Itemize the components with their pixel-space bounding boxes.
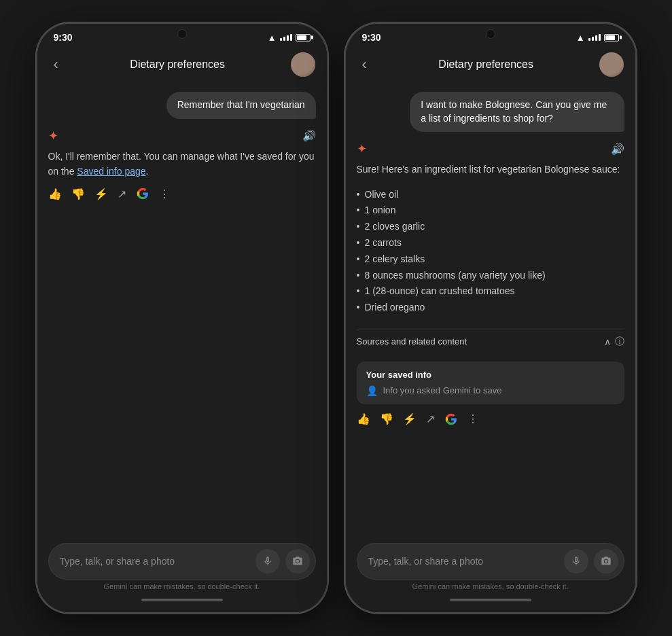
bar3 (287, 35, 289, 41)
home-indicator-left (141, 599, 223, 601)
phones-container: 9:30 ▲ ‹ Dietary preferences Remembe (36, 22, 637, 614)
back-button-left[interactable]: ‹ (48, 53, 64, 76)
disclaimer-right: Gemini can make mistakes, so double-chec… (357, 580, 624, 596)
user-message-right: I want to make Bolognese. Can you give m… (410, 92, 624, 132)
bar2 (283, 37, 285, 41)
time-right: 9:30 (362, 32, 381, 43)
volume-icon-left: 🔊 (302, 129, 316, 142)
bar4 (290, 34, 292, 41)
mic-button-right[interactable] (564, 549, 588, 573)
page-title-right: Dietary preferences (438, 58, 533, 71)
ingredient-5: 2 celery stalks (357, 251, 624, 268)
action-bar-left: 👍 👎 ⚡ ↗ ⋮ (48, 184, 316, 203)
person-icon: 👤 (366, 385, 378, 396)
saved-info-card: Your saved info 👤 Info you asked Gemini … (357, 361, 624, 404)
saved-info-link[interactable]: Saved info page (77, 166, 145, 177)
ingredient-3: 2 cloves garlic (357, 219, 624, 235)
top-bar-right: ‹ Dietary preferences (346, 46, 635, 84)
avatar-left[interactable] (291, 52, 315, 77)
screen-left: ‹ Dietary preferences Remember that I'm … (37, 46, 327, 612)
ingredient-8: Dried oregano (357, 300, 624, 316)
thumbs-up-icon-right[interactable]: 👍 (357, 412, 370, 425)
bar2r (592, 37, 594, 41)
more-icon-left[interactable]: ⋮ (159, 188, 170, 200)
input-bar-right: Type, talk, or share a photo (357, 543, 624, 580)
home-indicator-right (450, 599, 531, 601)
saved-info-title: Your saved info (366, 370, 615, 380)
time-left: 9:30 (54, 32, 73, 43)
thumbs-down-icon-left[interactable]: 👎 (71, 188, 85, 200)
user-message-left: Remember that I'm vegetarian (166, 92, 316, 119)
volume-icon-right: 🔊 (611, 143, 624, 156)
more-icon-right[interactable]: ⋮ (467, 412, 478, 425)
ingredient-6: 8 ounces mushrooms (any variety you like… (357, 268, 624, 284)
bar3r (595, 35, 597, 41)
bar4r (599, 34, 601, 41)
ai-text-left: Ok, I'll remember that. You can manage w… (48, 149, 316, 179)
ingredient-4: 2 carrots (357, 235, 624, 251)
thumbs-up-icon-left[interactable]: 👍 (48, 188, 62, 200)
google-g-icon-right[interactable] (444, 412, 458, 426)
ai-header-left: ✦ 🔊 (48, 128, 316, 143)
input-bar-left: Type, talk, or share a photo (48, 543, 316, 580)
status-icons-right: ▲ (576, 33, 619, 43)
ingredient-1: Olive oil (357, 187, 624, 203)
mic-button-left[interactable] (255, 549, 280, 573)
input-placeholder-left[interactable]: Type, talk, or share a photo (60, 556, 250, 567)
chat-area-right: I want to make Bolognese. Can you give m… (346, 84, 635, 535)
battery-icon-left (296, 34, 311, 41)
status-bar-left: 9:30 ▲ (37, 24, 327, 46)
bar1 (280, 38, 282, 41)
camera-button-left[interactable] (285, 549, 310, 573)
chat-area-left: Remember that I'm vegetarian ✦ 🔊 Ok, I'l… (37, 84, 327, 535)
status-icons-left: ▲ (268, 33, 311, 43)
wifi-icon-left: ▲ (268, 33, 277, 43)
ingredient-list: Olive oil 1 onion 2 cloves garlic 2 carr… (357, 187, 624, 316)
phone-right: 9:30 ▲ ‹ Dietary preferences I want (344, 22, 637, 614)
wifi-icon-right: ▲ (576, 33, 585, 43)
camera-button-right[interactable] (594, 549, 618, 573)
thumbs-down-icon-right[interactable]: 👎 (380, 412, 393, 425)
google-g-icon-left[interactable] (136, 187, 149, 200)
battery-icon-right (604, 34, 619, 41)
top-bar-left: ‹ Dietary preferences (37, 46, 327, 84)
share-icon-right[interactable]: ↗ (426, 412, 435, 425)
adjust-icon-left[interactable]: ⚡ (94, 188, 108, 200)
sparkle-icon-left: ✦ (48, 128, 58, 143)
input-area-right: Type, talk, or share a photo Gemini can … (346, 535, 635, 612)
page-title-left: Dietary preferences (130, 58, 225, 71)
signal-bars-left (280, 34, 292, 41)
adjust-icon-right[interactable]: ⚡ (403, 412, 417, 425)
info-icon[interactable]: ⓘ (615, 336, 624, 348)
status-bar-right: 9:30 ▲ (346, 24, 635, 46)
sources-bar-right: Sources and related content ∧ ⓘ (357, 330, 624, 353)
sparkle-icon-right: ✦ (357, 141, 367, 156)
ingredient-7: 1 (28-ounce) can crushed tomatoes (357, 283, 624, 300)
input-area-left: Type, talk, or share a photo Gemini can … (37, 535, 327, 612)
camera-notch-right (486, 29, 495, 39)
action-bar-right: 👍 👎 ⚡ ↗ ⋮ (357, 410, 624, 429)
saved-info-row-text: Info you asked Gemini to save (383, 385, 502, 395)
ai-response-right: ✦ 🔊 Sure! Here's an ingredient list for … (357, 141, 624, 429)
signal-bars-right (588, 34, 601, 41)
phone-left: 9:30 ▲ ‹ Dietary preferences Remembe (36, 22, 328, 614)
sources-label[interactable]: Sources and related content (357, 336, 600, 347)
saved-info-row: 👤 Info you asked Gemini to save (366, 385, 615, 396)
screen-right: ‹ Dietary preferences I want to make Bol… (346, 46, 635, 612)
avatar-right[interactable] (599, 52, 624, 77)
ai-header-right: ✦ 🔊 (357, 141, 624, 156)
camera-notch-left (177, 29, 187, 39)
share-icon-left[interactable]: ↗ (118, 188, 126, 200)
chevron-up-icon: ∧ (604, 336, 611, 347)
bar1r (588, 38, 590, 41)
back-button-right[interactable]: ‹ (357, 53, 372, 76)
disclaimer-left: Gemini can make mistakes, so double-chec… (48, 580, 316, 596)
ingredient-2: 1 onion (357, 202, 624, 219)
ai-intro-right: Sure! Here's an ingredient list for vege… (357, 162, 624, 177)
ai-response-left: ✦ 🔊 Ok, I'll remember that. You can mana… (48, 128, 316, 204)
input-placeholder-right[interactable]: Type, talk, or share a photo (368, 556, 559, 567)
